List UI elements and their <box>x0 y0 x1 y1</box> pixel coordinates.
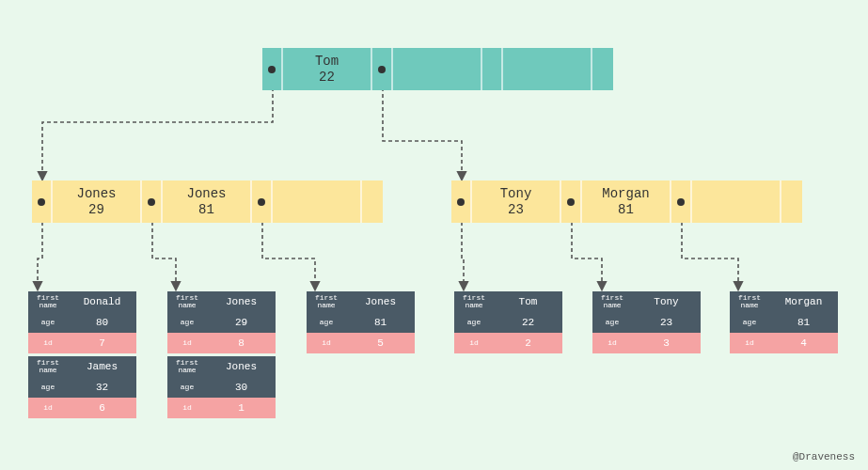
val-first-name: James <box>68 356 136 377</box>
val-id: 4 <box>769 333 838 353</box>
label-id: id <box>454 333 494 353</box>
val-id: 2 <box>494 333 562 353</box>
label-first-name: first name <box>454 291 494 312</box>
key-name: Morgan <box>602 186 649 202</box>
label-age: age <box>592 312 632 333</box>
root-node: Tom 22 <box>262 48 613 90</box>
val-first-name: Jones <box>207 356 276 377</box>
root-ptr-1 <box>372 48 393 90</box>
key-name: Jones <box>76 186 116 202</box>
label-age: age <box>307 312 346 333</box>
leaf-3: first nameTom age22 id2 <box>454 291 562 353</box>
root-sep <box>482 48 503 90</box>
leaf-2: first nameJones age81 id5 <box>307 291 415 353</box>
leaf-4: first nameTony age23 id3 <box>592 291 701 353</box>
label-id: id <box>28 398 68 418</box>
label-age: age <box>167 312 207 333</box>
root-empty-0 <box>393 48 482 90</box>
val-age: 30 <box>207 377 276 398</box>
val-id: 3 <box>632 333 701 353</box>
label-age: age <box>730 312 769 333</box>
key-name: Tony <box>500 186 532 202</box>
val-age: 32 <box>68 377 136 398</box>
label-id: id <box>167 398 207 418</box>
val-age: 22 <box>494 312 562 333</box>
int0-ptr-1 <box>142 180 163 223</box>
label-id: id <box>167 333 207 353</box>
label-first-name: first name <box>28 356 68 377</box>
val-id: 6 <box>68 398 136 418</box>
val-first-name: Morgan <box>769 291 838 312</box>
val-id: 1 <box>207 398 276 418</box>
label-first-name: first name <box>307 291 346 312</box>
label-first-name: first name <box>167 291 207 312</box>
root-ptr-0 <box>262 48 283 90</box>
key-value: 81 <box>618 202 634 218</box>
internal-node-right: Tony 23 Morgan 81 <box>451 180 802 223</box>
int1-empty-0 <box>692 180 781 223</box>
label-age: age <box>28 312 68 333</box>
int0-ptr-0 <box>32 180 53 223</box>
key-value: 29 <box>88 202 104 218</box>
label-id: id <box>730 333 769 353</box>
label-age: age <box>454 312 494 333</box>
leaf-0: first nameDonald age80 id7 first nameJam… <box>28 291 136 418</box>
label-id: id <box>307 333 346 353</box>
val-first-name: Jones <box>207 291 276 312</box>
val-first-name: Donald <box>68 291 136 312</box>
val-age: 23 <box>632 312 701 333</box>
val-id: 7 <box>68 333 136 353</box>
int1-key-1: Morgan 81 <box>582 180 671 223</box>
label-id: id <box>592 333 632 353</box>
int0-key-1: Jones 81 <box>163 180 252 223</box>
int1-key-0: Tony 23 <box>472 180 561 223</box>
int1-ptr-0 <box>451 180 472 223</box>
label-first-name: first name <box>167 356 207 377</box>
root-key-0: Tom 22 <box>283 48 372 90</box>
key-value: 81 <box>198 202 214 218</box>
label-id: id <box>28 333 68 353</box>
int1-ptr-1 <box>561 180 582 223</box>
key-value: 22 <box>319 70 335 86</box>
label-first-name: first name <box>28 291 68 312</box>
root-end <box>592 48 613 90</box>
val-id: 8 <box>207 333 276 353</box>
int0-end <box>362 180 383 223</box>
root-empty-1 <box>503 48 592 90</box>
key-name: Jones <box>186 186 226 202</box>
int1-end <box>781 180 802 223</box>
int1-ptr-2 <box>671 180 692 223</box>
int0-empty-0 <box>273 180 362 223</box>
label-age: age <box>28 377 68 398</box>
key-value: 23 <box>508 202 524 218</box>
val-age: 29 <box>207 312 276 333</box>
int0-key-0: Jones 29 <box>53 180 142 223</box>
internal-node-left: Jones 29 Jones 81 <box>32 180 383 223</box>
label-age: age <box>167 377 207 398</box>
val-first-name: Tom <box>494 291 562 312</box>
credit-text: @Draveness <box>793 451 855 462</box>
leaf-1: first nameJones age29 id8 first nameJone… <box>167 291 276 418</box>
label-first-name: first name <box>592 291 632 312</box>
leaf-5: first nameMorgan age81 id4 <box>730 291 838 353</box>
val-age: 81 <box>346 312 415 333</box>
int0-ptr-2 <box>252 180 273 223</box>
val-first-name: Jones <box>346 291 415 312</box>
val-id: 5 <box>346 333 415 353</box>
val-age: 80 <box>68 312 136 333</box>
val-age: 81 <box>769 312 838 333</box>
label-first-name: first name <box>730 291 769 312</box>
key-name: Tom <box>315 54 339 70</box>
val-first-name: Tony <box>632 291 701 312</box>
